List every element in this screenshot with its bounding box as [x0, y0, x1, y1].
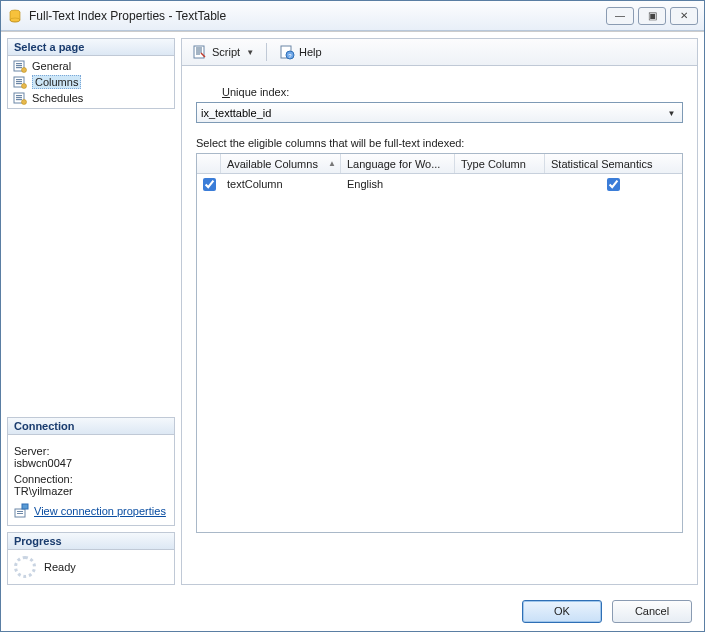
- page-icon: [12, 59, 28, 73]
- svg-rect-19: [17, 513, 23, 514]
- page-item-columns[interactable]: Columns: [8, 74, 174, 90]
- page-item-general[interactable]: General: [8, 58, 174, 74]
- page-label: Columns: [32, 75, 81, 89]
- progress-panel: Progress Ready: [7, 532, 175, 585]
- page-item-schedules[interactable]: Schedules: [8, 90, 174, 106]
- progress-header: Progress: [8, 533, 174, 550]
- page-label: Schedules: [32, 92, 83, 104]
- server-label: Server:: [14, 445, 168, 457]
- row-language[interactable]: English: [341, 174, 455, 194]
- grid-header-row: Available Columns▲ Language for Wo... Ty…: [197, 154, 682, 174]
- progress-spinner-icon: [14, 556, 36, 578]
- help-label: Help: [299, 46, 322, 58]
- unique-index-dropdown[interactable]: ix_texttable_id ▼: [196, 102, 683, 123]
- script-button[interactable]: Script ▼: [188, 42, 258, 62]
- connection-header: Connection: [8, 418, 174, 435]
- toolbar: Script ▼ ? Help: [181, 38, 698, 66]
- svg-point-11: [22, 84, 27, 89]
- select-page-panel: Select a page General Columns Schedules: [7, 38, 175, 109]
- connection-label: Connection:: [14, 473, 168, 485]
- columns-grid: Available Columns▲ Language for Wo... Ty…: [196, 153, 683, 533]
- maximize-button[interactable]: ▣: [638, 7, 666, 25]
- row-include-checkbox[interactable]: [203, 178, 216, 191]
- sort-asc-icon: ▲: [328, 159, 336, 168]
- svg-rect-3: [16, 63, 22, 64]
- connection-panel: Connection Server: isbwcn0047 Connection…: [7, 417, 175, 526]
- page-label: General: [32, 60, 71, 72]
- connection-value: TR\yilmazer: [14, 485, 168, 497]
- svg-point-16: [22, 100, 27, 105]
- svg-rect-9: [16, 81, 22, 82]
- table-row[interactable]: textColumn English: [197, 174, 682, 194]
- script-label: Script: [212, 46, 240, 58]
- titlebar: Full-Text Index Properties - TextTable —…: [1, 1, 704, 31]
- grid-header-checkbox[interactable]: [197, 154, 221, 173]
- minimize-button[interactable]: —: [606, 7, 634, 25]
- svg-rect-18: [17, 511, 23, 512]
- row-column-name: textColumn: [221, 174, 341, 194]
- svg-rect-14: [16, 97, 22, 98]
- server-value: isbwcn0047: [14, 457, 168, 469]
- svg-point-6: [22, 68, 27, 73]
- dialog-footer: OK Cancel: [1, 591, 704, 631]
- select-page-header: Select a page: [8, 39, 174, 56]
- svg-rect-13: [16, 95, 22, 96]
- grid-header-available[interactable]: Available Columns▲: [221, 154, 341, 173]
- script-icon: [192, 44, 208, 60]
- grid-header-language[interactable]: Language for Wo...: [341, 154, 455, 173]
- row-type-column[interactable]: [455, 174, 545, 194]
- help-icon: ?: [279, 44, 295, 60]
- svg-rect-5: [16, 67, 22, 68]
- dialog-window: Full-Text Index Properties - TextTable —…: [0, 0, 705, 632]
- unique-index-label: Unique index:: [222, 86, 683, 98]
- columns-grid-label: Select the eligible columns that will be…: [196, 137, 683, 149]
- svg-rect-8: [16, 79, 22, 80]
- svg-rect-4: [16, 65, 22, 66]
- ok-button[interactable]: OK: [522, 600, 602, 623]
- row-stats-checkbox[interactable]: [607, 178, 620, 191]
- unique-index-value: ix_texttable_id: [201, 107, 271, 119]
- grid-header-type[interactable]: Type Column: [455, 154, 545, 173]
- page-icon: [12, 75, 28, 89]
- main-content: Unique index: ix_texttable_id ▼ Select t…: [181, 66, 698, 585]
- svg-rect-10: [16, 83, 22, 84]
- chevron-down-icon: ▼: [246, 48, 254, 57]
- grid-header-stats[interactable]: Statistical Semantics: [545, 154, 682, 173]
- toolbar-separator: [266, 43, 267, 61]
- close-button[interactable]: ✕: [670, 7, 698, 25]
- svg-rect-15: [16, 99, 22, 100]
- database-icon: [7, 8, 23, 24]
- cancel-button[interactable]: Cancel: [612, 600, 692, 623]
- page-icon: [12, 91, 28, 105]
- window-title: Full-Text Index Properties - TextTable: [29, 9, 606, 23]
- help-button[interactable]: ? Help: [275, 42, 326, 62]
- svg-rect-20: [22, 504, 28, 509]
- view-connection-properties-link[interactable]: View connection properties: [34, 505, 166, 517]
- connection-properties-icon: [14, 503, 30, 519]
- progress-status: Ready: [44, 561, 76, 573]
- chevron-down-icon: ▼: [664, 106, 679, 120]
